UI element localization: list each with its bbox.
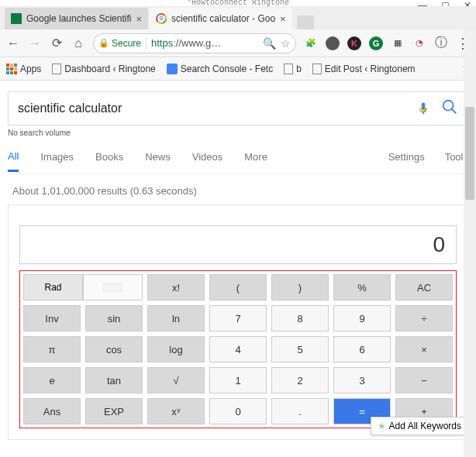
extension-icon[interactable]: 🧩	[304, 36, 318, 50]
calc-minus-button[interactable]: −	[395, 367, 453, 393]
omnibox-divider	[146, 37, 147, 50]
calc-inv-button[interactable]: Inv	[23, 305, 81, 332]
search-input[interactable]	[18, 101, 416, 115]
browser-tab-active[interactable]: scientific calculator - Goo ×	[150, 8, 292, 29]
url-text: https://www.g…	[151, 37, 258, 49]
extension-opera-icon[interactable]: ◔	[412, 36, 426, 50]
secure-label: Secure	[112, 38, 141, 49]
tab-more[interactable]: More	[244, 151, 267, 170]
address-bar[interactable]: 🔒 Secure https://www.g… 🔍 ☆	[93, 33, 296, 53]
calc-8-button[interactable]: 8	[271, 305, 329, 332]
extension-icon[interactable]	[326, 36, 340, 50]
page-content: No search volume All Images Books News V…	[0, 81, 476, 440]
calculator-card: 0 Rad ░░░ x! ( ) % AC Inv sin ln 7 8 9	[8, 204, 468, 440]
page-icon	[284, 64, 293, 74]
calc-2-button[interactable]: 2	[271, 367, 329, 393]
bookmarks-bar: Apps Dashboard ‹ Ringtone Search Console…	[0, 57, 476, 81]
lock-icon: 🔒	[98, 38, 109, 48]
svg-point-0	[443, 100, 454, 110]
voice-search-icon[interactable]	[416, 100, 430, 117]
calc-1-button[interactable]: 1	[209, 367, 267, 393]
tab-title: Google launches Scientifi	[26, 13, 131, 24]
page-icon	[312, 64, 322, 74]
no-search-volume-label: No search volume	[8, 129, 468, 137]
calc-ln-button[interactable]: ln	[147, 305, 205, 332]
calculator-keypad-highlight: Rad ░░░ x! ( ) % AC Inv sin ln 7 8 9 ÷ π…	[19, 270, 457, 428]
calc-deg-toggle[interactable]: ░░░	[83, 274, 143, 301]
result-stats: About 1,01,00,000 results (0.63 seconds)	[12, 185, 468, 197]
add-keywords-label: Add All Keywords	[389, 421, 461, 431]
svg-line-1	[452, 108, 457, 113]
calc-pi-button[interactable]: π	[23, 336, 81, 363]
calc-multiply-button[interactable]: ×	[395, 336, 453, 363]
calc-tan-button[interactable]: tan	[85, 367, 143, 393]
close-tab-icon[interactable]: ×	[280, 13, 286, 25]
extension-grammarly-icon[interactable]: G	[369, 36, 383, 50]
calc-9-button[interactable]: 9	[333, 305, 391, 332]
tab-settings[interactable]: Settings	[388, 151, 425, 170]
secure-badge: 🔒 Secure	[98, 38, 141, 49]
calc-sin-button[interactable]: sin	[85, 305, 143, 332]
profile-icon[interactable]: ⓘ	[434, 36, 448, 50]
new-tab-button[interactable]	[297, 15, 314, 29]
add-keywords-popup[interactable]: ★ Add All Keywords	[371, 417, 468, 435]
calc-percent-button[interactable]: %	[333, 274, 391, 301]
extension-icon[interactable]: ▦	[391, 36, 405, 50]
browser-toolbar: ← → ⟳ ⌂ 🔒 Secure https://www.g… 🔍 ☆ 🧩 K …	[0, 29, 476, 57]
tab-videos[interactable]: Videos	[192, 151, 223, 170]
tab-images[interactable]: Images	[40, 151, 74, 170]
window-title-bar: °Howtoconnect Ringtone — ▢ ✕	[0, 0, 476, 6]
reload-button[interactable]: ⟳	[50, 36, 64, 50]
calc-log-button[interactable]: log	[147, 336, 205, 363]
calc-divide-button[interactable]: ÷	[395, 305, 453, 332]
calc-exp-button[interactable]: EXP	[85, 398, 143, 424]
calc-e-button[interactable]: e	[23, 367, 81, 393]
calc-5-button[interactable]: 5	[271, 336, 329, 363]
page-icon	[52, 64, 61, 74]
search-category-tabs: All Images Books News Videos More Settin…	[8, 148, 468, 174]
apps-launcher[interactable]: Apps	[6, 64, 41, 74]
calc-power-button[interactable]: xʸ	[147, 398, 205, 424]
calc-4-button[interactable]: 4	[209, 336, 267, 363]
vertical-scrollbar[interactable]	[464, 29, 476, 457]
calc-6-button[interactable]: 6	[333, 336, 391, 363]
calc-0-button[interactable]: 0	[209, 398, 267, 424]
apps-grid-icon	[6, 64, 17, 74]
back-button[interactable]: ←	[6, 36, 20, 50]
google-search-box	[8, 91, 468, 125]
calc-cos-button[interactable]: cos	[85, 336, 143, 363]
extension-icon[interactable]: K	[347, 36, 361, 50]
calc-ans-button[interactable]: Ans	[23, 398, 81, 424]
tab-all[interactable]: All	[8, 150, 19, 172]
bookmark-item[interactable]: Edit Post ‹ Ringtonem	[312, 64, 416, 74]
calc-factorial-button[interactable]: x!	[147, 274, 205, 301]
calc-3-button[interactable]: 3	[333, 367, 391, 393]
calc-7-button[interactable]: 7	[209, 305, 267, 332]
calc-decimal-button[interactable]: .	[271, 398, 329, 424]
browser-tab[interactable]: Google launches Scientifi ×	[5, 8, 148, 29]
forward-button[interactable]: →	[28, 36, 42, 50]
tab-title: scientific calculator - Goo	[171, 13, 275, 24]
calc-close-paren-button[interactable]: )	[271, 274, 329, 301]
tab-news[interactable]: News	[145, 151, 171, 170]
calc-rad-toggle[interactable]: Rad	[23, 274, 83, 301]
bookmark-item[interactable]: b	[284, 64, 302, 74]
calculator-keypad: Rad ░░░ x! ( ) % AC Inv sin ln 7 8 9 ÷ π…	[23, 274, 453, 424]
bookmark-item[interactable]: Search Console - Fetc	[167, 64, 273, 74]
scrollbar-thumb[interactable]	[465, 107, 474, 200]
calc-open-paren-button[interactable]: (	[209, 274, 267, 301]
browser-tab-strip: Google launches Scientifi × scientific c…	[0, 6, 476, 29]
search-button-icon[interactable]	[441, 98, 458, 119]
favicon-icon	[11, 13, 22, 24]
calc-ac-button[interactable]: AC	[395, 274, 453, 301]
search-console-icon	[167, 64, 178, 74]
star-bookmark-icon[interactable]: ☆	[281, 37, 291, 50]
tab-books[interactable]: Books	[95, 151, 123, 170]
calculator-display: 0	[19, 225, 457, 264]
close-tab-icon[interactable]: ×	[136, 13, 142, 25]
star-icon: ★	[378, 421, 386, 431]
home-button[interactable]: ⌂	[71, 36, 85, 50]
calc-sqrt-button[interactable]: √	[147, 367, 205, 393]
search-omnibox-icon[interactable]: 🔍	[263, 37, 276, 50]
bookmark-item[interactable]: Dashboard ‹ Ringtone	[52, 64, 155, 74]
